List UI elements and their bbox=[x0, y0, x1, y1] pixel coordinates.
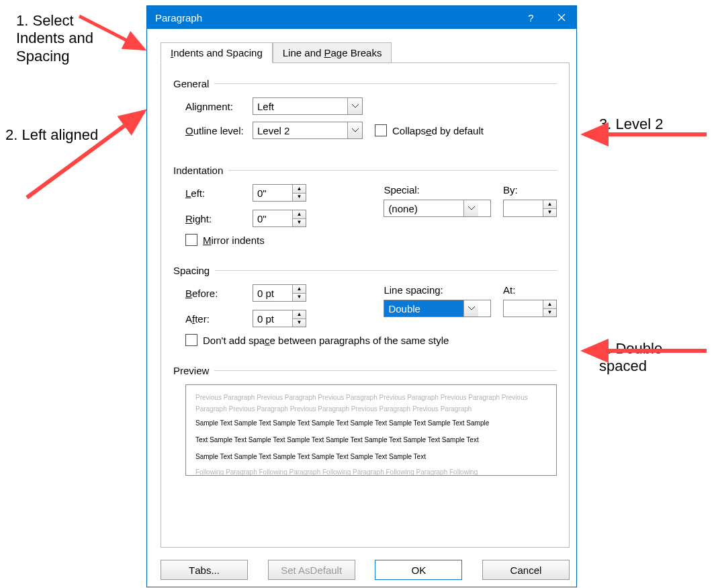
chevron-down-icon[interactable] bbox=[347, 98, 362, 114]
right-indent-label: Right: bbox=[185, 213, 253, 224]
preview-sample: Sample Text Sample Text Sample Text Samp… bbox=[195, 451, 547, 462]
cancel-button[interactable]: Cancel bbox=[482, 560, 570, 580]
annotation-2: 2. Left aligned bbox=[5, 126, 98, 144]
group-spacing: Spacing bbox=[173, 265, 210, 276]
collapsed-label: Collapsed by default bbox=[392, 125, 484, 136]
line-spacing-label: Line spacing: bbox=[384, 284, 491, 296]
at-spinner[interactable]: ▲▼ bbox=[503, 300, 557, 317]
left-indent-spinner[interactable]: ▲▼ bbox=[253, 184, 306, 202]
spin-up-icon[interactable]: ▲ bbox=[293, 310, 306, 319]
spin-up-icon[interactable]: ▲ bbox=[293, 285, 306, 294]
chevron-down-icon[interactable] bbox=[347, 122, 362, 138]
after-label: After: bbox=[185, 313, 253, 325]
spin-up-icon[interactable]: ▲ bbox=[543, 300, 556, 309]
line-spacing-dropdown[interactable] bbox=[384, 300, 491, 317]
annotation-1: 1. Select Indents and Spacing bbox=[16, 12, 93, 65]
close-button[interactable] bbox=[546, 6, 576, 29]
svg-line-1 bbox=[27, 112, 144, 198]
chevron-down-icon[interactable] bbox=[463, 300, 478, 317]
spin-down-icon[interactable]: ▼ bbox=[293, 194, 306, 202]
paragraph-dialog: Paragraph ? Indents and Spacing Line and… bbox=[146, 5, 577, 587]
right-indent-spinner[interactable]: ▲▼ bbox=[253, 210, 306, 227]
outline-value[interactable] bbox=[253, 122, 347, 138]
alignment-dropdown[interactable] bbox=[253, 97, 363, 115]
spin-up-icon[interactable]: ▲ bbox=[543, 200, 556, 209]
spin-down-icon[interactable]: ▼ bbox=[293, 319, 306, 327]
preview-previous: Previous Paragraph Previous Paragraph Pr… bbox=[195, 392, 547, 415]
by-spinner[interactable]: ▲▼ bbox=[503, 200, 557, 217]
spin-down-icon[interactable]: ▼ bbox=[293, 294, 306, 302]
after-spinner[interactable]: ▲▼ bbox=[253, 310, 306, 327]
ok-button[interactable]: OK bbox=[375, 560, 462, 580]
help-button[interactable]: ? bbox=[516, 6, 546, 29]
group-general: General bbox=[173, 78, 209, 89]
spin-down-icon[interactable]: ▼ bbox=[543, 209, 556, 217]
preview-sample: Text Sample Text Sample Text Sample Text… bbox=[195, 434, 547, 446]
by-label: By: bbox=[503, 184, 557, 196]
collapsed-checkbox[interactable] bbox=[375, 124, 387, 136]
mirror-label: Mirror indents bbox=[203, 235, 265, 246]
annotation-3: 3. Level 2 bbox=[599, 116, 663, 133]
special-dropdown[interactable] bbox=[384, 200, 491, 217]
tabs-button[interactable]: Tabs... bbox=[161, 560, 248, 580]
alignment-label: Alignment: bbox=[185, 101, 253, 112]
spin-down-icon[interactable]: ▼ bbox=[543, 309, 556, 317]
special-label: Special: bbox=[384, 184, 491, 196]
preview-box: Previous Paragraph Previous Paragraph Pr… bbox=[185, 384, 557, 476]
annotation-4: 4. Double spaced bbox=[599, 340, 662, 376]
before-spinner[interactable]: ▲▼ bbox=[253, 284, 306, 302]
outline-dropdown[interactable] bbox=[253, 122, 363, 139]
chevron-down-icon[interactable] bbox=[463, 200, 478, 216]
dont-add-checkbox[interactable] bbox=[185, 334, 197, 346]
preview-following: Following Paragraph Following Paragraph … bbox=[195, 466, 547, 476]
left-indent-label: Left: bbox=[185, 187, 253, 199]
tabs: Indents and Spacing Line and Page Breaks bbox=[161, 42, 570, 63]
dialog-title: Paragraph bbox=[155, 12, 516, 24]
alignment-value[interactable] bbox=[253, 98, 347, 114]
before-label: Before: bbox=[185, 288, 253, 299]
dont-add-label: Don't add space between paragraphs of th… bbox=[203, 335, 449, 346]
spin-down-icon[interactable]: ▼ bbox=[293, 219, 306, 227]
preview-sample: Sample Text Sample Text Sample Text Samp… bbox=[195, 417, 547, 429]
set-default-button[interactable]: Set As Default bbox=[268, 560, 355, 580]
spin-up-icon[interactable]: ▲ bbox=[293, 210, 306, 219]
tab-indents-spacing[interactable]: Indents and Spacing bbox=[161, 42, 273, 63]
mirror-checkbox[interactable] bbox=[185, 234, 197, 246]
tab-line-page-breaks[interactable]: Line and Page Breaks bbox=[273, 42, 392, 63]
at-label: At: bbox=[503, 284, 557, 296]
outline-label: Outline level: bbox=[185, 125, 253, 136]
tab-panel: General Alignment: Outline level: Collap… bbox=[161, 62, 570, 548]
group-indentation: Indentation bbox=[173, 165, 223, 176]
group-preview: Preview bbox=[173, 365, 209, 376]
titlebar: Paragraph ? bbox=[147, 6, 576, 29]
button-bar: Tabs... Set As Default OK Cancel bbox=[147, 553, 576, 587]
spin-up-icon[interactable]: ▲ bbox=[293, 185, 306, 194]
